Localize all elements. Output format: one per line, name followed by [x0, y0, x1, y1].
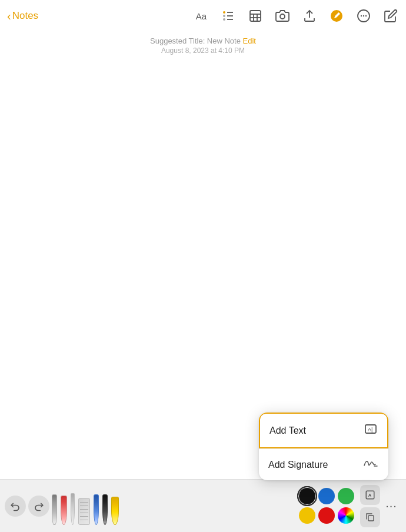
list-icon — [221, 9, 235, 23]
back-label: Notes — [12, 10, 38, 22]
color-green[interactable] — [338, 488, 354, 504]
svg-rect-21 — [368, 516, 374, 521]
svg-text:A: A — [368, 493, 372, 498]
share-icon — [302, 9, 317, 23]
compose-icon — [384, 9, 398, 23]
markup-icon — [330, 9, 344, 23]
ruler-tool[interactable] — [78, 487, 90, 525]
camera-button[interactable] — [274, 8, 291, 24]
duplicate-button[interactable] — [360, 507, 380, 527]
font-size-button[interactable]: Aa — [193, 8, 209, 24]
add-text-label: Add Text — [269, 425, 306, 436]
svg-point-4 — [223, 18, 225, 21]
svg-point-2 — [223, 15, 225, 17]
svg-point-11 — [280, 14, 285, 19]
toolbar-icons: Aa — [193, 8, 399, 24]
chevron-left-icon: ‹ — [7, 10, 11, 22]
svg-point-14 — [361, 15, 362, 16]
color-rainbow[interactable] — [338, 507, 354, 524]
color-yellow[interactable] — [299, 507, 315, 524]
color-blue[interactable] — [318, 488, 335, 504]
note-date: August 8, 2023 at 4:10 PM — [0, 46, 406, 55]
highlighter-tool[interactable] — [111, 487, 119, 525]
suggested-title: Suggested Title: New Note Edit — [0, 36, 406, 45]
more-options-button[interactable] — [355, 8, 372, 24]
add-signature-item[interactable]: Add Signature — [259, 448, 388, 480]
share-button[interactable] — [301, 8, 318, 24]
pencil-tool[interactable] — [52, 487, 57, 525]
marker-tool[interactable] — [61, 487, 67, 525]
color-red[interactable] — [318, 507, 335, 524]
redo-button[interactable] — [28, 496, 49, 517]
color-black[interactable] — [299, 488, 315, 504]
more-icon — [357, 9, 371, 23]
signature-icon — [362, 457, 379, 472]
fountain-pen-tool[interactable] — [94, 487, 99, 525]
undo-button[interactable] — [5, 496, 26, 517]
svg-point-16 — [365, 15, 367, 16]
right-tool-buttons: A — [360, 485, 380, 527]
svg-rect-6 — [250, 11, 261, 21]
list-button[interactable] — [220, 8, 237, 24]
edit-link[interactable]: Edit — [243, 36, 256, 45]
add-text-item[interactable]: Add Text A| — [259, 413, 388, 448]
text-format-button[interactable]: A — [360, 485, 380, 505]
add-signature-label: Add Signature — [268, 460, 328, 470]
thin-pen-tool[interactable] — [71, 487, 75, 525]
ink-pen-tool[interactable] — [102, 487, 108, 525]
bottom-toolbar: A ··· — [0, 479, 406, 532]
text-box-icon: A| — [364, 422, 378, 439]
svg-point-15 — [363, 15, 364, 16]
drawing-tools-section — [52, 487, 295, 525]
svg-point-0 — [223, 11, 225, 14]
back-navigation[interactable]: ‹ Notes — [7, 10, 38, 22]
note-body[interactable] — [0, 57, 406, 410]
font-size-label: Aa — [196, 11, 207, 21]
table-icon — [248, 9, 262, 23]
popup-menu: Add Text A| Add Signature — [259, 413, 388, 480]
compose-button[interactable] — [382, 8, 399, 24]
undo-redo-section — [5, 496, 49, 517]
color-palette — [299, 488, 354, 524]
markup-button[interactable] — [328, 8, 345, 24]
table-button[interactable] — [247, 8, 264, 24]
camera-icon — [275, 9, 289, 23]
top-toolbar: ‹ Notes Aa — [0, 0, 406, 32]
note-header: Suggested Title: New Note Edit August 8,… — [0, 32, 406, 57]
more-drawing-button[interactable]: ··· — [381, 496, 401, 516]
svg-text:A|: A| — [368, 427, 372, 433]
